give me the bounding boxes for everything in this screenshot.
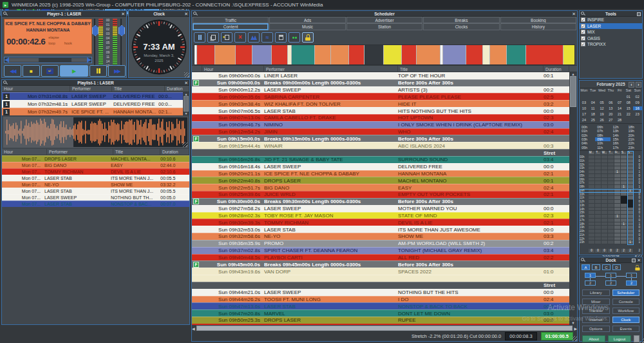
tab-music[interactable]: Music (269, 23, 345, 30)
scheduler-row[interactable]: Sun 09h47m13.6sLASER STABNONSTOP & BACK … (192, 302, 569, 309)
logout-extra-box[interactable] (634, 335, 639, 342)
timeline-segment[interactable] (331, 45, 348, 64)
column-header-hour[interactable]: Hour (2, 86, 70, 92)
fader-right[interactable] (118, 19, 124, 68)
calendar-day[interactable]: 05 (598, 101, 607, 104)
pair-bottom-button[interactable]: 2 (585, 280, 596, 286)
calendar-hour[interactable]: 17h (611, 146, 626, 150)
matrix-cell[interactable] (589, 240, 595, 244)
close-icon[interactable]: ✕ (121, 11, 125, 17)
column-header-title[interactable]: Title (113, 149, 160, 155)
pause-button[interactable] (90, 65, 107, 77)
delete-button[interactable]: × (234, 32, 246, 43)
tab-station[interactable]: Station (346, 23, 422, 30)
dock-button-console[interactable]: Console (612, 299, 640, 305)
scheduler-row[interactable]: Sun 09h47m20.8sMARVELDONT LET ME DOWN03:… (192, 309, 569, 317)
calendar-day[interactable]: 11 (589, 106, 598, 110)
checkbox-icon[interactable]: ✓ (581, 30, 585, 34)
scheduler-row[interactable] (192, 275, 569, 282)
column-header-title[interactable]: Title (398, 66, 544, 72)
timeline-segment[interactable] (288, 45, 290, 64)
dock-button-internet[interactable]: Internet (582, 317, 610, 323)
timeline-segment[interactable] (443, 45, 466, 64)
timeline-segment[interactable] (526, 45, 564, 64)
calendar-day[interactable]: 07 (615, 101, 624, 104)
search-icon[interactable] (581, 258, 584, 261)
tools-item-laser[interactable]: ✓LASER (580, 23, 642, 30)
timeline-segment[interactable] (507, 45, 526, 64)
timeline-segment[interactable] (252, 45, 271, 64)
resize-grip[interactable] (572, 336, 577, 341)
tab-traffic[interactable]: Traffic (193, 17, 269, 23)
pair-top-button[interactable]: 1 (605, 273, 616, 278)
column-header-duration[interactable]: Duration (544, 66, 569, 72)
slider-right-arrow[interactable] (87, 57, 91, 63)
calendar-day[interactable]: 14 (615, 106, 624, 110)
position-slider[interactable] (4, 57, 92, 63)
pause-button[interactable] (194, 32, 205, 43)
tab-breaks[interactable]: Breaks (423, 17, 499, 23)
column-header-performer[interactable]: Performer (264, 66, 398, 72)
scheduler-row[interactable]: FSun 09h00m00.0sBreaks 09h00m00s Length … (192, 79, 569, 86)
scheduler-row[interactable]: Sun 09h09m46.7sNIMINOI ONLY SMOKE WHEN I… (192, 121, 569, 128)
playlist-row[interactable]: Mon 07...TOMMY RICHMANDEVIL IS A LIE02:1… (2, 168, 189, 175)
dock-page-a[interactable]: A (582, 264, 590, 270)
tab-advertiser[interactable]: Advertiser (346, 17, 422, 23)
tools-item-oasis[interactable]: ✓OASIS (580, 35, 642, 42)
playlist-row[interactable]: 1Mon 07h32m48.1sLASER SWEEPDELIVERED FRE… (2, 100, 183, 108)
resize-grip[interactable] (184, 72, 189, 77)
paste-button[interactable] (221, 32, 232, 43)
calendar-day[interactable]: 10 (580, 106, 589, 110)
scheduler-row[interactable]: Sun 09h44m21.0sLASER SWEEPNOTHING BUT TH… (192, 289, 569, 296)
lock-button[interactable] (302, 32, 314, 43)
pair-top-button[interactable]: 1 (626, 273, 637, 278)
checkbox-icon[interactable]: ✓ (581, 24, 585, 28)
calendar-day[interactable]: 02 (633, 95, 642, 99)
tab-booking[interactable]: Booking (500, 17, 576, 23)
pair-top-button[interactable]: 1 (585, 273, 596, 278)
timeline-segment[interactable] (490, 45, 506, 64)
tab-content[interactable]: Content (193, 23, 269, 30)
matrix-cell[interactable] (601, 240, 608, 244)
pair-bottom-button[interactable]: 2 (626, 280, 637, 286)
scheduler-row[interactable]: Sun 09h25m39.6sJUICE WRLDEMPTY OUT YOUR … (192, 191, 569, 198)
panel-options-icon[interactable] (632, 259, 636, 262)
timeline-segment[interactable] (236, 45, 252, 64)
scroll-right-icon[interactable]: ▶ (574, 326, 577, 331)
peaks-button[interactable] (248, 32, 260, 43)
playlist-row[interactable]: 1Mon 07h31m08.8sLASER SWEEPDELIVERED FRE… (2, 92, 183, 100)
playlist-row[interactable]: Mon 07...LASER STABITS MORE THAN J...00:… (2, 175, 189, 181)
calendar-day[interactable]: 01 (624, 95, 633, 99)
dock-button-transfer[interactable]: Transfer (582, 308, 610, 314)
playlist-row[interactable]: Mon 07...BIG DANOEASY02:44.0 (2, 162, 189, 168)
timeline-segment[interactable] (466, 45, 482, 64)
calendar-day[interactable]: 03 (580, 101, 589, 104)
forward-button[interactable]: ▶▶ (108, 65, 126, 77)
scheduler-row[interactable]: FSun 09h15m00.0sBreaks 09h15m00s Length … (192, 135, 569, 142)
search-icon[interactable] (3, 81, 6, 84)
scheduler-row[interactable]: Stret (192, 282, 569, 289)
calendar-day[interactable]: 06 (606, 101, 615, 104)
scheduler-row[interactable]: Sun 09h50m25.3sDROPS LASERRUPEE00:0 (192, 317, 569, 325)
calendar-hour[interactable]: 23h (627, 146, 642, 150)
slider-track[interactable] (9, 58, 87, 62)
scroll-down-icon[interactable]: ▼ (571, 321, 574, 325)
calendar-day[interactable]: 25 (589, 118, 598, 122)
search-icon[interactable] (3, 12, 6, 15)
scheduler-row[interactable]: Sun 09h32m53.0sLASER STABITS MORE THAN J… (192, 226, 569, 233)
timeline-segment[interactable] (417, 45, 439, 64)
timeline-segment[interactable] (402, 45, 417, 64)
checkbox-icon[interactable]: ✓ (581, 17, 585, 22)
dock-button-options[interactable]: Options (582, 326, 610, 332)
calendar-day[interactable]: 24 (580, 118, 589, 122)
card-button[interactable] (275, 32, 287, 43)
timeline-segment[interactable] (440, 45, 442, 64)
matrix-cell[interactable] (614, 240, 621, 244)
tools-item-mix[interactable]: ✓MIX (580, 29, 642, 35)
dock-page-d[interactable]: D (612, 264, 621, 270)
scroll-thumb[interactable] (196, 326, 573, 331)
playlist-row[interactable]: Mon 07...LASER STABITS MORE THAN J...00:… (2, 188, 189, 194)
calendar-day[interactable]: 20 (606, 112, 615, 116)
scheduler-row[interactable]: Sun 09h16m18.4sLASER SWEEPDELIVERED FREE… (192, 163, 569, 170)
calendar-day[interactable]: 26 (598, 118, 607, 122)
